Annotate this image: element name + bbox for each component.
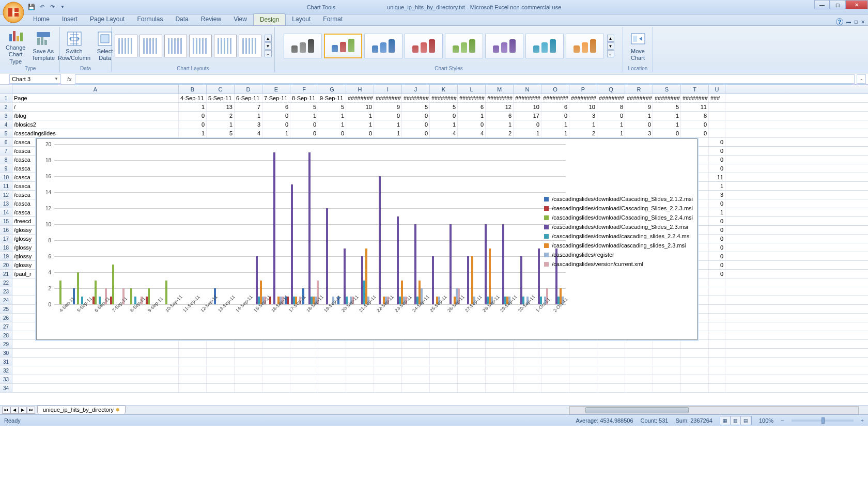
- cell[interactable]: [207, 384, 235, 392]
- cell[interactable]: [179, 349, 207, 357]
- cell[interactable]: [681, 375, 709, 383]
- cell[interactable]: 0: [709, 217, 725, 225]
- column-header[interactable]: H: [346, 85, 374, 94]
- cell[interactable]: [374, 358, 402, 366]
- cell[interactable]: [514, 384, 541, 392]
- cell[interactable]: [290, 340, 318, 348]
- cell[interactable]: 1: [569, 120, 597, 129]
- cell[interactable]: [12, 366, 179, 375]
- cell[interactable]: 0: [402, 120, 430, 129]
- column-header[interactable]: G: [318, 85, 346, 94]
- cell[interactable]: 10: [569, 103, 597, 111]
- cell[interactable]: Page: [12, 94, 179, 102]
- row-header[interactable]: 9: [0, 164, 12, 173]
- cell[interactable]: [318, 349, 346, 357]
- cell[interactable]: 13: [207, 103, 235, 111]
- cell[interactable]: [458, 375, 486, 383]
- column-header[interactable]: E: [262, 85, 290, 94]
- formula-input[interactable]: [75, 74, 855, 84]
- cell[interactable]: 0: [262, 112, 290, 120]
- cell[interactable]: [597, 358, 625, 366]
- cell[interactable]: [458, 349, 486, 357]
- cell[interactable]: ########: [486, 94, 514, 102]
- maximize-button[interactable]: ◻: [830, 0, 845, 9]
- cell[interactable]: [681, 366, 709, 375]
- cell[interactable]: [207, 349, 235, 357]
- cell[interactable]: [207, 366, 235, 375]
- chart-style-thumb[interactable]: [324, 34, 362, 58]
- cell[interactable]: [625, 366, 653, 375]
- row-header[interactable]: 22: [0, 278, 12, 287]
- row-header[interactable]: 15: [0, 217, 12, 225]
- cell[interactable]: 0: [179, 120, 207, 129]
- cell[interactable]: 0: [402, 129, 430, 137]
- gallery-scroll-btn[interactable]: ▼: [607, 42, 614, 50]
- cell[interactable]: [486, 358, 514, 366]
- column-header[interactable]: T: [681, 85, 709, 94]
- worksheet-grid[interactable]: ABCDEFGHIJKLMNOPQRSTU 1Page4-Sep-115-Sep…: [0, 85, 868, 405]
- column-header[interactable]: M: [486, 85, 514, 94]
- cell[interactable]: ########: [625, 94, 653, 102]
- cell[interactable]: [709, 358, 725, 366]
- gallery-scroll-btn[interactable]: ▲: [607, 35, 614, 42]
- cell[interactable]: [346, 375, 374, 383]
- cell[interactable]: [709, 366, 725, 375]
- cell[interactable]: [262, 366, 290, 375]
- cell[interactable]: [625, 375, 653, 383]
- cell[interactable]: 4: [458, 129, 486, 137]
- cell[interactable]: 1: [709, 182, 725, 190]
- row-header[interactable]: 16: [0, 226, 12, 234]
- cell[interactable]: [290, 384, 318, 392]
- cell[interactable]: [541, 366, 569, 375]
- cell[interactable]: 10: [514, 103, 541, 111]
- cell[interactable]: 9-Sep-11: [318, 94, 346, 102]
- column-header[interactable]: J: [402, 85, 430, 94]
- row-header[interactable]: 28: [0, 331, 12, 339]
- cell[interactable]: 0: [541, 112, 569, 120]
- cell[interactable]: ########: [569, 94, 597, 102]
- cell[interactable]: 5: [653, 103, 681, 111]
- row-header[interactable]: 3: [0, 112, 12, 120]
- cell[interactable]: [709, 103, 725, 111]
- cell[interactable]: [653, 358, 681, 366]
- cell[interactable]: 0: [709, 138, 725, 146]
- row-header[interactable]: 32: [0, 366, 12, 375]
- cell[interactable]: [346, 340, 374, 348]
- cell[interactable]: [179, 358, 207, 366]
- zoom-in-icon[interactable]: +: [861, 417, 864, 424]
- cell[interactable]: 8: [597, 103, 625, 111]
- column-header[interactable]: Q: [597, 85, 625, 94]
- cell[interactable]: 5-Sep-11: [207, 94, 235, 102]
- row-header[interactable]: 13: [0, 199, 12, 208]
- column-header[interactable]: U: [709, 85, 725, 94]
- row-header[interactable]: 1: [0, 94, 12, 102]
- row-header[interactable]: 23: [0, 287, 12, 296]
- cell[interactable]: [207, 375, 235, 383]
- cell[interactable]: 1: [262, 129, 290, 137]
- cell[interactable]: [402, 384, 430, 392]
- cell[interactable]: [514, 366, 541, 375]
- cell[interactable]: 1: [597, 120, 625, 129]
- cell[interactable]: 1: [625, 112, 653, 120]
- cell[interactable]: [430, 349, 458, 357]
- cell[interactable]: [709, 129, 725, 137]
- cell[interactable]: 0: [290, 129, 318, 137]
- row-header[interactable]: 14: [0, 208, 12, 216]
- help-icon[interactable]: ?: [836, 18, 843, 25]
- horizontal-scrollbar[interactable]: [569, 406, 859, 414]
- row-header[interactable]: 33: [0, 375, 12, 383]
- cell[interactable]: /cascadingslides: [12, 129, 179, 137]
- row-header[interactable]: 20: [0, 261, 12, 269]
- row-header[interactable]: 25: [0, 305, 12, 313]
- cell[interactable]: [486, 340, 514, 348]
- tab-insert[interactable]: Insert: [56, 13, 84, 25]
- cell[interactable]: [709, 349, 725, 357]
- cell[interactable]: 0: [318, 129, 346, 137]
- row-header[interactable]: 21: [0, 270, 12, 278]
- cell[interactable]: [430, 340, 458, 348]
- cell[interactable]: 3: [625, 129, 653, 137]
- cell[interactable]: 0: [514, 120, 541, 129]
- cell[interactable]: /blosics2: [12, 120, 179, 129]
- row-header[interactable]: 27: [0, 322, 12, 331]
- row-header[interactable]: 6: [0, 138, 12, 146]
